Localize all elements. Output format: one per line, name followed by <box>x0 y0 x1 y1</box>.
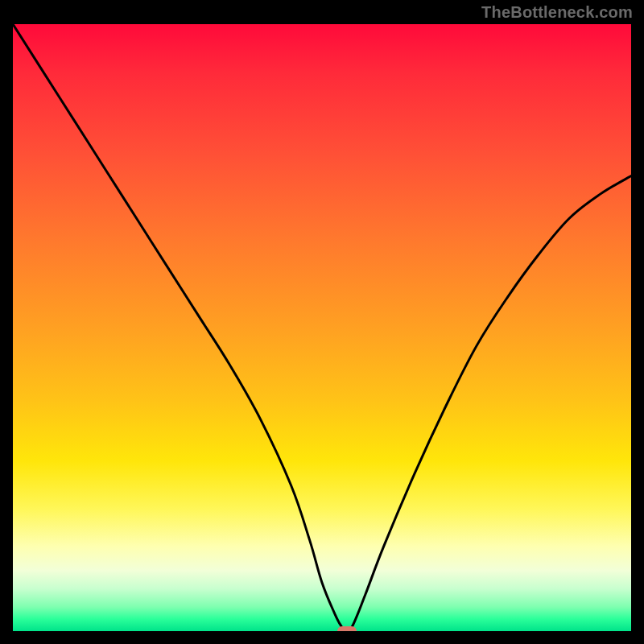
plot-area <box>13 24 631 631</box>
optimal-point-marker <box>337 626 357 631</box>
watermark-text: TheBottleneck.com <box>481 3 633 22</box>
bottleneck-curve <box>13 24 631 631</box>
chart-frame: TheBottleneck.com <box>0 0 644 644</box>
